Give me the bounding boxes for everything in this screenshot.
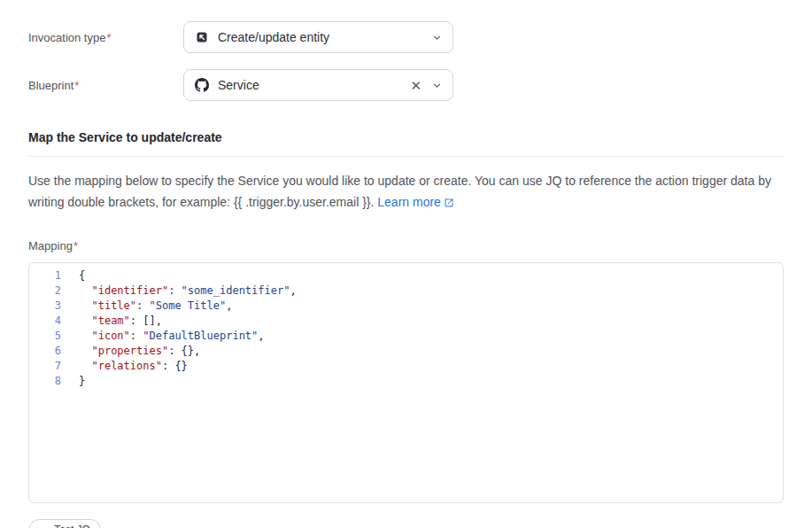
code-line: 7 "relations": {} [29, 359, 783, 374]
required-asterisk: * [106, 31, 111, 44]
divider [28, 156, 784, 157]
code-text: "team": [], [79, 314, 162, 329]
line-number: 6 [29, 344, 61, 359]
invocation-type-select[interactable]: Create/update entity [183, 21, 453, 53]
code-line: 2 "identifier": "some_identifier", [29, 283, 783, 299]
line-number: 5 [29, 329, 61, 344]
invocation-type-label-text: Invocation type [28, 31, 105, 44]
code-line: 3 "title": "Some Title", [29, 299, 783, 314]
code-text: "title": "Some Title", [79, 299, 232, 314]
line-number: 4 [29, 314, 61, 329]
mapping-label: Mapping* [28, 239, 784, 252]
invocation-type-value: Create/update entity [218, 30, 423, 44]
clear-icon[interactable]: ✕ [410, 79, 421, 92]
code-text: { [79, 268, 85, 283]
blueprint-label-text: Blueprint [28, 79, 73, 92]
chevron-down-icon[interactable] [432, 81, 442, 90]
section-description: Use the mapping below to specify the Ser… [28, 170, 784, 213]
line-number: 7 [29, 359, 61, 374]
line-number: 1 [29, 268, 61, 283]
code-line: 8} [29, 374, 783, 389]
blueprint-select[interactable]: Service ✕ [183, 69, 453, 101]
section-heading: Map the Service to update/create [28, 130, 784, 144]
mapping-label-text: Mapping [28, 239, 73, 252]
line-number: 8 [29, 374, 61, 389]
blueprint-field: Blueprint* Service ✕ [28, 69, 784, 101]
code-text: } [79, 374, 85, 389]
invocation-type-label: Invocation type* [28, 31, 183, 44]
code-text: "properties": {}, [79, 344, 200, 359]
code-line: 6 "properties": {}, [29, 344, 783, 359]
test-jq-label: Test JQ [54, 524, 90, 528]
code-line: 1{ [29, 268, 783, 283]
github-icon [195, 78, 209, 92]
test-jq-button[interactable]: <> Test JQ [28, 519, 101, 528]
action-mapping-form: Invocation type* Create/update entity Bl… [0, 0, 812, 528]
required-asterisk: * [73, 239, 78, 252]
invocation-type-field: Invocation type* Create/update entity [28, 21, 784, 53]
external-link-icon [444, 198, 454, 208]
required-asterisk: * [74, 79, 79, 92]
code-area: 1{2 "identifier": "some_identifier",3 "t… [29, 268, 783, 389]
code-text: "relations": {} [79, 359, 188, 374]
code-text: "identifier": "some_identifier", [79, 283, 297, 299]
blueprint-value: Service [218, 78, 401, 92]
code-text: "icon": "DefaultBlueprint", [79, 329, 265, 344]
code-line: 4 "team": [], [29, 314, 783, 329]
learn-more-label: Learn more [377, 195, 441, 209]
code-icon: <> [39, 524, 49, 528]
chevron-down-icon[interactable] [432, 33, 442, 43]
blueprint-label: Blueprint* [28, 79, 183, 92]
mapping-editor[interactable]: 1{2 "identifier": "some_identifier",3 "t… [28, 262, 784, 503]
learn-more-link[interactable]: Learn more [377, 195, 454, 209]
create-update-entity-icon [195, 30, 209, 44]
line-number: 3 [29, 299, 61, 314]
line-number: 2 [29, 283, 61, 299]
code-line: 5 "icon": "DefaultBlueprint", [29, 329, 783, 344]
